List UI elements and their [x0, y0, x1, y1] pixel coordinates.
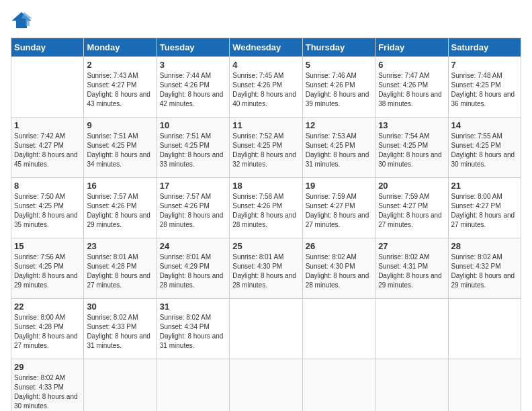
calendar-cell — [375, 359, 448, 412]
day-info: Sunrise: 7:59 AMSunset: 4:27 PMDaylight:… — [306, 192, 372, 230]
calendar-table: SundayMondayTuesdayWednesdayThursdayFrid… — [11, 38, 521, 411]
day-info: Sunrise: 7:58 AMSunset: 4:26 PMDaylight:… — [232, 192, 299, 230]
day-number: 7 — [451, 60, 518, 70]
day-info: Sunrise: 7:57 AMSunset: 4:26 PMDaylight:… — [160, 192, 226, 230]
day-number: 26 — [306, 241, 372, 251]
calendar-cell: 19Sunrise: 7:59 AMSunset: 4:27 PMDayligh… — [302, 178, 375, 238]
day-info: Sunrise: 7:51 AMSunset: 4:25 PMDaylight:… — [160, 132, 226, 169]
calendar-cell — [84, 359, 157, 412]
day-info: Sunrise: 7:57 AMSunset: 4:26 PMDaylight:… — [87, 192, 153, 230]
calendar-cell: 13Sunrise: 7:54 AMSunset: 4:25 PMDayligh… — [375, 118, 448, 178]
calendar-cell: 18Sunrise: 7:58 AMSunset: 4:26 PMDayligh… — [230, 178, 302, 238]
day-info: Sunrise: 7:54 AMSunset: 4:25 PMDaylight:… — [378, 132, 445, 169]
calendar-cell: 27Sunrise: 8:02 AMSunset: 4:31 PMDayligh… — [375, 238, 448, 299]
calendar-cell: 30Sunrise: 8:02 AMSunset: 4:33 PMDayligh… — [84, 299, 157, 359]
day-info: Sunrise: 7:55 AMSunset: 4:25 PMDaylight:… — [451, 132, 518, 169]
calendar-cell: 24Sunrise: 8:01 AMSunset: 4:29 PMDayligh… — [157, 238, 229, 299]
calendar-cell: 9Sunrise: 7:51 AMSunset: 4:25 PMDaylight… — [84, 118, 157, 178]
day-number: 27 — [378, 241, 445, 251]
day-number: 19 — [306, 181, 372, 191]
week-row-2: 8Sunrise: 7:50 AMSunset: 4:25 PMDaylight… — [11, 178, 521, 238]
calendar-cell: 11Sunrise: 7:52 AMSunset: 4:25 PMDayligh… — [230, 118, 302, 178]
day-info: Sunrise: 8:01 AMSunset: 4:29 PMDaylight:… — [160, 253, 226, 290]
day-number: 14 — [451, 120, 518, 130]
calendar-cell: 26Sunrise: 8:02 AMSunset: 4:30 PMDayligh… — [302, 238, 375, 299]
calendar-cell: 6Sunrise: 7:47 AMSunset: 4:26 PMDaylight… — [375, 57, 448, 118]
day-number: 17 — [160, 181, 226, 191]
day-header-sunday: Sunday — [11, 38, 84, 57]
week-row-5: 29Sunrise: 8:02 AMSunset: 4:33 PMDayligh… — [11, 359, 521, 412]
day-number: 15 — [14, 241, 81, 251]
calendar-cell — [230, 359, 302, 412]
day-number: 21 — [451, 181, 518, 191]
day-info: Sunrise: 7:46 AMSunset: 4:26 PMDaylight:… — [306, 71, 372, 109]
day-info: Sunrise: 8:01 AMSunset: 4:30 PMDaylight:… — [232, 253, 299, 290]
day-number: 3 — [160, 60, 226, 70]
day-number: 22 — [14, 302, 81, 312]
day-number: 25 — [232, 241, 299, 251]
day-number: 24 — [160, 241, 226, 251]
calendar-cell: 12Sunrise: 7:53 AMSunset: 4:25 PMDayligh… — [302, 118, 375, 178]
calendar-cell: 25Sunrise: 8:01 AMSunset: 4:30 PMDayligh… — [230, 238, 302, 299]
calendar-cell: 17Sunrise: 7:57 AMSunset: 4:26 PMDayligh… — [157, 178, 229, 238]
calendar-cell — [302, 299, 375, 359]
calendar-cell: 16Sunrise: 7:57 AMSunset: 4:26 PMDayligh… — [84, 178, 157, 238]
calendar-cell — [230, 299, 302, 359]
calendar-cell: 10Sunrise: 7:51 AMSunset: 4:25 PMDayligh… — [157, 118, 229, 178]
day-header-thursday: Thursday — [302, 38, 375, 57]
week-row-1: 1Sunrise: 7:42 AMSunset: 4:27 PMDaylight… — [11, 118, 521, 178]
logo-icon — [11, 11, 32, 30]
day-info: Sunrise: 8:02 AMSunset: 4:34 PMDaylight:… — [160, 313, 226, 351]
day-header-monday: Monday — [84, 38, 157, 57]
calendar-cell: 1Sunrise: 7:42 AMSunset: 4:27 PMDaylight… — [11, 118, 84, 178]
day-number: 28 — [451, 241, 518, 251]
calendar-cell: 4Sunrise: 7:45 AMSunset: 4:26 PMDaylight… — [230, 57, 302, 118]
day-number: 9 — [87, 120, 153, 130]
day-number: 23 — [87, 241, 153, 251]
calendar-cell: 15Sunrise: 7:56 AMSunset: 4:25 PMDayligh… — [11, 238, 84, 299]
day-number: 29 — [14, 362, 81, 372]
day-number: 4 — [232, 60, 299, 70]
calendar-cell: 23Sunrise: 8:01 AMSunset: 4:28 PMDayligh… — [84, 238, 157, 299]
calendar-cell: 28Sunrise: 8:02 AMSunset: 4:32 PMDayligh… — [448, 238, 521, 299]
calendar-cell: 31Sunrise: 8:02 AMSunset: 4:34 PMDayligh… — [157, 299, 229, 359]
day-header-tuesday: Tuesday — [157, 38, 229, 57]
day-info: Sunrise: 8:02 AMSunset: 4:30 PMDaylight:… — [306, 253, 372, 290]
calendar-cell: 3Sunrise: 7:44 AMSunset: 4:26 PMDaylight… — [157, 57, 229, 118]
calendar-cell — [11, 57, 84, 118]
day-info: Sunrise: 7:59 AMSunset: 4:27 PMDaylight:… — [378, 192, 445, 230]
day-info: Sunrise: 8:00 AMSunset: 4:27 PMDaylight:… — [451, 192, 518, 230]
day-number: 11 — [232, 120, 299, 130]
day-number: 12 — [306, 120, 372, 130]
day-info: Sunrise: 8:02 AMSunset: 4:33 PMDaylight:… — [14, 373, 81, 411]
day-info: Sunrise: 7:47 AMSunset: 4:26 PMDaylight:… — [378, 71, 445, 109]
calendar-cell: 20Sunrise: 7:59 AMSunset: 4:27 PMDayligh… — [375, 178, 448, 238]
day-number: 20 — [378, 181, 445, 191]
day-info: Sunrise: 8:01 AMSunset: 4:28 PMDaylight:… — [87, 253, 153, 290]
week-row-3: 15Sunrise: 7:56 AMSunset: 4:25 PMDayligh… — [11, 238, 521, 299]
day-number: 30 — [87, 302, 153, 312]
day-info: Sunrise: 7:50 AMSunset: 4:25 PMDaylight:… — [14, 192, 81, 230]
day-number: 31 — [160, 302, 226, 312]
day-number: 18 — [232, 181, 299, 191]
day-number: 5 — [306, 60, 372, 70]
day-info: Sunrise: 7:44 AMSunset: 4:26 PMDaylight:… — [160, 71, 226, 109]
calendar-cell: 5Sunrise: 7:46 AMSunset: 4:26 PMDaylight… — [302, 57, 375, 118]
calendar-cell — [302, 359, 375, 412]
calendar-cell — [157, 359, 229, 412]
calendar-cell: 8Sunrise: 7:50 AMSunset: 4:25 PMDaylight… — [11, 178, 84, 238]
week-row-4: 22Sunrise: 8:00 AMSunset: 4:28 PMDayligh… — [11, 299, 521, 359]
day-info: Sunrise: 7:52 AMSunset: 4:25 PMDaylight:… — [232, 132, 299, 169]
day-number: 16 — [87, 181, 153, 191]
day-header-friday: Friday — [375, 38, 448, 57]
calendar-cell — [448, 299, 521, 359]
day-header-wednesday: Wednesday — [230, 38, 302, 57]
day-number: 8 — [14, 181, 81, 191]
day-info: Sunrise: 7:56 AMSunset: 4:25 PMDaylight:… — [14, 253, 81, 290]
day-number: 2 — [87, 60, 153, 70]
calendar-cell: 29Sunrise: 8:02 AMSunset: 4:33 PMDayligh… — [11, 359, 84, 412]
day-info: Sunrise: 8:02 AMSunset: 4:33 PMDaylight:… — [87, 313, 153, 351]
day-header-saturday: Saturday — [448, 38, 521, 57]
day-info: Sunrise: 8:00 AMSunset: 4:28 PMDaylight:… — [14, 313, 81, 351]
week-row-0: 2Sunrise: 7:43 AMSunset: 4:27 PMDaylight… — [11, 57, 521, 118]
